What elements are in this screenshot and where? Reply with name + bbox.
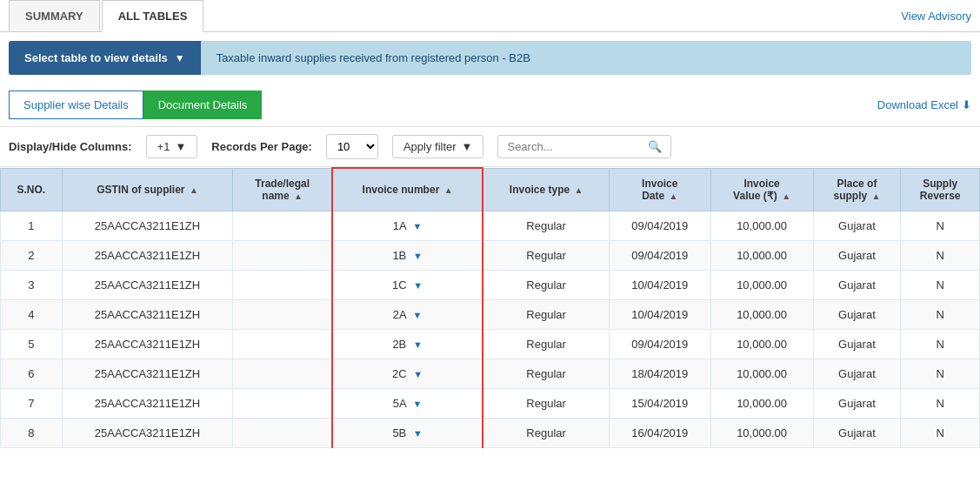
cell-date: 09/04/2019 — [609, 211, 710, 240]
cell-type: Regular — [483, 359, 609, 388]
cell-place: Gujarat — [813, 329, 901, 359]
tab-supplier-wise[interactable]: Supplier wise Details — [9, 91, 143, 119]
cell-type: Regular — [483, 418, 609, 447]
tab-summary[interactable]: SUMMARY — [9, 0, 100, 31]
records-per-page-select[interactable]: 10 25 50 100 — [326, 134, 378, 159]
apply-filter-button[interactable]: Apply filter ▼ — [392, 135, 484, 158]
invoice-expand-icon[interactable]: ▼ — [413, 251, 423, 261]
cell-sno: 3 — [1, 270, 63, 299]
invoice-expand-icon[interactable]: ▼ — [413, 221, 423, 231]
cell-gstin: 25AACCA3211E1ZH — [62, 270, 233, 299]
cell-value: 10,000.00 — [710, 418, 813, 447]
cell-type: Regular — [483, 329, 609, 359]
cell-type: Regular — [483, 270, 609, 299]
columns-badge: +1 — [157, 140, 170, 153]
cell-trade — [233, 211, 332, 240]
cell-trade — [233, 270, 332, 299]
cell-invoice[interactable]: 1B ▼ — [332, 240, 483, 270]
cell-supply: N — [901, 418, 980, 447]
col-header-gstin[interactable]: GSTIN of supplier ▲ — [62, 168, 233, 211]
cell-trade — [233, 418, 332, 447]
select-table-label: Select table to view details — [24, 51, 168, 64]
cell-invoice[interactable]: 5A ▼ — [332, 388, 483, 418]
cell-date: 09/04/2019 — [609, 329, 710, 359]
cell-invoice[interactable]: 2C ▼ — [332, 359, 483, 388]
col-header-invoice[interactable]: Invoice number ▲ — [332, 168, 483, 211]
cell-place: Gujarat — [813, 270, 901, 299]
cell-trade — [233, 388, 332, 418]
cell-supply: N — [901, 388, 980, 418]
invoice-expand-icon[interactable]: ▼ — [413, 310, 423, 320]
cell-invoice[interactable]: 5B ▼ — [332, 418, 483, 447]
cell-date: 10/04/2019 — [609, 299, 710, 329]
col-header-place[interactable]: Place ofsupply ▲ — [813, 168, 901, 211]
tab-all-tables[interactable]: ALL TABLES — [102, 0, 204, 32]
sub-tabs: Supplier wise Details Document Details — [9, 91, 262, 119]
cell-value: 10,000.00 — [710, 359, 813, 388]
table-row: 3 25AACCA3211E1ZH 1C ▼ Regular 10/04/201… — [1, 270, 980, 299]
invoice-expand-icon[interactable]: ▼ — [413, 399, 423, 409]
cell-place: Gujarat — [813, 418, 901, 447]
col-header-date[interactable]: InvoiceDate ▲ — [609, 168, 710, 211]
cell-invoice[interactable]: 2A ▼ — [332, 299, 483, 329]
cell-value: 10,000.00 — [710, 240, 813, 270]
cell-type: Regular — [483, 211, 609, 240]
cell-place: Gujarat — [813, 240, 901, 270]
cell-place: Gujarat — [813, 388, 901, 418]
search-icon: 🔍 — [648, 140, 662, 153]
cell-place: Gujarat — [813, 299, 901, 329]
columns-dropdown-icon: ▼ — [175, 140, 186, 153]
cell-place: Gujarat — [813, 211, 901, 240]
cell-sno: 5 — [1, 329, 63, 359]
cell-value: 10,000.00 — [710, 211, 813, 240]
cell-value: 10,000.00 — [710, 270, 813, 299]
cell-gstin: 25AACCA3211E1ZH — [62, 359, 233, 388]
filter-icon: ▼ — [462, 140, 473, 153]
cell-type: Regular — [483, 299, 609, 329]
toolbar: Display/Hide Columns: +1 ▼ Records Per P… — [0, 127, 980, 167]
search-box[interactable]: 🔍 — [497, 135, 671, 158]
col-header-value[interactable]: InvoiceValue (₹) ▲ — [710, 168, 813, 211]
cell-value: 10,000.00 — [710, 388, 813, 418]
cell-gstin: 25AACCA3211E1ZH — [62, 299, 233, 329]
col-header-type[interactable]: Invoice type ▲ — [483, 168, 609, 211]
table-row: 6 25AACCA3211E1ZH 2C ▼ Regular 18/04/201… — [1, 359, 980, 388]
records-per-page-label: Records Per Page: — [211, 140, 312, 153]
invoice-expand-icon[interactable]: ▼ — [413, 428, 423, 439]
view-advisory-link[interactable]: View Advisory — [901, 10, 971, 31]
sub-tabs-row: Supplier wise Details Document Details D… — [0, 84, 980, 127]
display-hide-label: Display/Hide Columns: — [9, 140, 132, 153]
invoice-expand-icon[interactable]: ▼ — [413, 339, 423, 350]
cell-value: 10,000.00 — [710, 299, 813, 329]
download-excel-link[interactable]: Download Excel ⬇ — [877, 98, 971, 111]
cell-gstin: 25AACCA3211E1ZH — [62, 240, 233, 270]
cell-invoice[interactable]: 1C ▼ — [332, 270, 483, 299]
cell-trade — [233, 240, 332, 270]
search-input[interactable] — [507, 140, 643, 153]
cell-value: 10,000.00 — [710, 329, 813, 359]
cell-sno: 8 — [1, 418, 63, 447]
invoice-expand-icon[interactable]: ▼ — [413, 369, 423, 379]
table-row: 5 25AACCA3211E1ZH 2B ▼ Regular 09/04/201… — [1, 329, 980, 359]
table-description: Taxable inward supplies received from re… — [201, 41, 971, 75]
select-table-button[interactable]: Select table to view details ▼ — [9, 41, 201, 75]
cell-trade — [233, 329, 332, 359]
apply-filter-label: Apply filter — [403, 140, 457, 153]
main-tabs: SUMMARY ALL TABLES View Advisory — [0, 0, 980, 32]
cell-supply: N — [901, 299, 980, 329]
tab-document-details[interactable]: Document Details — [143, 91, 263, 119]
col-header-trade[interactable]: Trade/legalname ▲ — [233, 168, 332, 211]
cell-trade — [233, 299, 332, 329]
cell-date: 18/04/2019 — [609, 359, 710, 388]
cell-sno: 4 — [1, 299, 63, 329]
columns-button[interactable]: +1 ▼ — [146, 135, 198, 158]
cell-place: Gujarat — [813, 359, 901, 388]
cell-invoice[interactable]: 2B ▼ — [332, 329, 483, 359]
cell-date: 16/04/2019 — [609, 418, 710, 447]
cell-supply: N — [901, 211, 980, 240]
cell-invoice[interactable]: 1A ▼ — [332, 211, 483, 240]
cell-type: Regular — [483, 240, 609, 270]
dropdown-arrow-icon: ▼ — [175, 52, 185, 64]
invoice-expand-icon[interactable]: ▼ — [413, 280, 423, 291]
cell-supply: N — [901, 240, 980, 270]
